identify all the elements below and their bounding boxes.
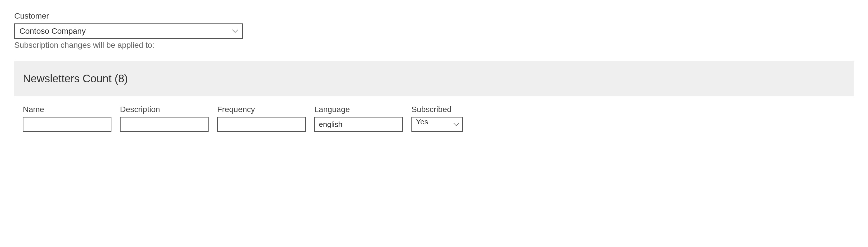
filter-description-input[interactable] [120,117,209,132]
customer-help-text: Subscription changes will be applied to: [14,40,854,50]
customer-field: Customer Contoso Company Subscription ch… [14,11,854,50]
filter-frequency-input[interactable] [217,117,306,132]
filter-subscribed-select[interactable]: Yes [411,117,463,132]
filter-description-column: Description [120,105,209,132]
filter-subscribed-column: Subscribed Yes [411,105,463,132]
filter-frequency-label: Frequency [217,105,306,114]
customer-label: Customer [14,11,854,21]
filter-subscribed-label: Subscribed [411,105,463,114]
filter-row: Name Description Frequency Language Subs… [14,96,854,132]
filter-name-column: Name [23,105,112,132]
filter-description-label: Description [120,105,209,114]
customer-select[interactable]: Contoso Company [14,24,243,39]
filter-language-column: Language [314,105,403,132]
filter-language-label: Language [314,105,403,114]
filter-frequency-column: Frequency [217,105,306,132]
filter-language-input[interactable] [314,117,403,132]
newsletters-section-header: Newsletters Count (8) [14,61,854,96]
newsletters-count-title: Newsletters Count (8) [23,72,845,85]
filter-name-input[interactable] [23,117,112,132]
filter-name-label: Name [23,105,112,114]
chevron-down-icon [232,29,238,33]
filter-subscribed-value: Yes [416,118,428,126]
customer-select-value: Contoso Company [20,27,86,35]
chevron-down-icon [453,122,459,126]
